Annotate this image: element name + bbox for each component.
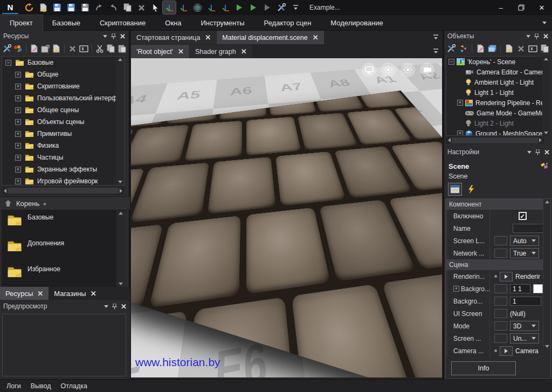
menu-item-2[interactable]: Базовые — [43, 15, 90, 31]
copy-doc-icon[interactable] — [540, 43, 550, 54]
sun2-icon[interactable] — [401, 63, 415, 77]
rename-icon[interactable] — [79, 43, 88, 54]
minimize-button[interactable]: – — [491, 0, 511, 15]
tab-ресурсы[interactable]: Ресурсы✕ — [0, 287, 49, 300]
save-icon[interactable] — [51, 1, 64, 14]
play2-icon[interactable] — [247, 1, 260, 14]
list-item[interactable]: Дополнения — [2, 236, 125, 262]
redo-icon[interactable] — [107, 1, 120, 14]
tree-item[interactable]: −'Корень' - Scene — [446, 57, 543, 67]
property-row[interactable]: Camera ...Camera — [446, 345, 550, 357]
dropdown[interactable]: True — [510, 248, 539, 258]
document-tab[interactable]: Стартовая страница✕ — [131, 31, 216, 44]
camcorder-icon[interactable] — [420, 63, 434, 77]
tab-магазины[interactable]: Магазины✕ — [49, 287, 101, 300]
folder-list-scrollbar[interactable] — [116, 210, 125, 287]
checkbox[interactable]: ✓ — [519, 212, 527, 220]
default-value-button[interactable] — [494, 321, 507, 331]
expand-icon[interactable]: + — [15, 167, 21, 173]
pin-icon[interactable] — [111, 33, 116, 39]
breadcrumb-chevron-icon[interactable]: ▸ — [44, 201, 46, 207]
property-control[interactable]: (Null) — [490, 309, 550, 318]
expand-icon[interactable]: + — [15, 84, 21, 90]
objects-hscrollbar[interactable] — [446, 136, 544, 144]
property-control[interactable]: 1 — [490, 297, 550, 306]
close-tab-icon[interactable]: ✕ — [37, 290, 43, 297]
edit-doc-icon[interactable] — [475, 43, 486, 54]
dropdown[interactable]: Un... — [510, 333, 539, 343]
import-icon[interactable] — [40, 43, 50, 54]
close-panel-icon[interactable]: ✕ — [543, 33, 549, 40]
document-tab[interactable]: Material displacement.scene✕ — [217, 31, 323, 44]
menu-item-1[interactable]: Проект — [0, 15, 43, 31]
tree-item[interactable]: +Объекты сцены — [2, 116, 124, 128]
expand-icon[interactable]: + — [15, 107, 21, 113]
panel-menu-icon[interactable] — [103, 35, 107, 38]
undo-icon[interactable] — [93, 1, 106, 14]
breadcrumb[interactable]: Корень ▸ — [0, 196, 130, 210]
shapes-icon[interactable] — [13, 43, 22, 54]
play-disabled-icon[interactable] — [261, 1, 274, 14]
expand-icon[interactable]: + — [15, 119, 21, 125]
close-tab-icon[interactable]: ✕ — [205, 34, 211, 41]
delete-icon[interactable] — [516, 43, 526, 54]
save-all-icon[interactable] — [65, 1, 78, 14]
play-icon[interactable] — [233, 1, 246, 14]
text-input[interactable] — [513, 224, 546, 233]
delete-icon[interactable] — [135, 1, 148, 14]
expand-icon[interactable]: + — [15, 72, 21, 78]
tree-item[interactable]: +Игровой фреймворк — [2, 175, 124, 185]
new-resource-icon[interactable] — [52, 43, 61, 54]
scale-tool-icon[interactable] — [205, 1, 218, 14]
resources-tree-scrollbar[interactable] — [116, 57, 124, 185]
default-value-button[interactable] — [494, 309, 507, 318]
close-panel-icon[interactable]: ✕ — [120, 33, 126, 40]
menu-item-7[interactable]: Моделирование — [321, 15, 392, 31]
collapse-icon[interactable]: − — [5, 60, 11, 66]
copy-icon[interactable] — [121, 1, 134, 14]
expand-icon[interactable]: + — [15, 95, 21, 101]
rename-icon[interactable] — [528, 43, 538, 54]
default-value-button[interactable] — [494, 284, 507, 293]
section-header[interactable]: Компонент — [446, 199, 550, 210]
transform-tool-icon[interactable] — [219, 1, 232, 14]
section-header[interactable]: Сцена — [446, 259, 550, 270]
info-button[interactable]: Info — [451, 361, 516, 375]
properties-tab-icon[interactable] — [448, 183, 461, 195]
property-control[interactable]: 1 1 — [490, 284, 550, 293]
tree-item[interactable]: −Базовые — [2, 57, 124, 68]
tree-item[interactable]: Game Mode - GameMode — [446, 108, 543, 118]
expand-icon[interactable]: + — [457, 130, 463, 136]
pin-icon[interactable] — [535, 149, 540, 155]
close-tab-icon[interactable]: ✕ — [313, 34, 319, 41]
delete-icon[interactable] — [68, 43, 77, 54]
property-row[interactable]: Screen ...Un... — [446, 332, 550, 345]
tree-item[interactable]: +Общие — [2, 68, 124, 80]
move-tool-icon[interactable] — [163, 1, 176, 14]
tree-item[interactable]: Light 2 - Light — [446, 118, 543, 128]
expand-icon[interactable]: + — [15, 143, 21, 149]
property-control[interactable]: ✓ — [490, 212, 550, 220]
close-tab-icon[interactable]: ✕ — [178, 48, 184, 55]
expand-icon[interactable]: + — [15, 178, 21, 184]
tree-item[interactable]: +Физика — [2, 140, 124, 152]
property-control[interactable]: Camera — [490, 346, 550, 356]
property-row[interactable]: +Backgro...1 1 — [446, 283, 550, 295]
edit-doc-icon[interactable] — [30, 43, 39, 54]
expand-icon[interactable]: + — [457, 100, 463, 106]
dropdown[interactable]: Auto — [510, 236, 539, 246]
collapse-icon[interactable]: − — [448, 59, 454, 65]
property-control[interactable]: Auto — [490, 236, 550, 246]
menu-item-3[interactable]: Скриптование — [90, 15, 155, 31]
menu-item-5[interactable]: Инструменты — [191, 15, 254, 31]
objects-tree-scrollbar[interactable] — [542, 56, 550, 136]
view-tab[interactable]: 'Root object'✕ — [131, 45, 189, 58]
expand-icon[interactable]: + — [453, 286, 459, 292]
menu-item-6[interactable]: Редактор сцен — [254, 15, 321, 31]
transform-colored-icon[interactable] — [458, 43, 468, 54]
tree-item[interactable]: +Пользовательский интерфейс — [2, 92, 124, 104]
value-field[interactable]: 1 — [510, 297, 541, 306]
copy-doc-icon[interactable] — [106, 43, 115, 54]
close-panel-icon[interactable]: ✕ — [544, 149, 550, 156]
property-row[interactable]: Mode3D — [446, 320, 550, 332]
